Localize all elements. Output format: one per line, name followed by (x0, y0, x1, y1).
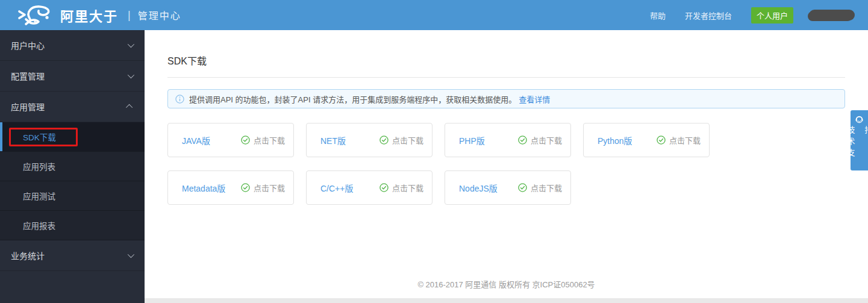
sdk-name-link[interactable]: Python版 (598, 134, 632, 146)
user-type-badge: 个人用户 (751, 7, 793, 23)
sidebar-item-sdk-download[interactable]: SDK下载 (0, 122, 145, 152)
sidebar-item-label: 用户中心 (11, 39, 45, 51)
sdk-name-link[interactable]: NodeJS版 (459, 182, 498, 194)
console-subtitle: 管理中心 (138, 8, 181, 22)
sdk-card-c-cpp: C/C++版 点击下载 (306, 170, 432, 205)
chevron-up-icon (126, 104, 133, 111)
view-details-link[interactable]: 查看详情 (519, 93, 550, 105)
active-accent-bar (0, 122, 2, 151)
header-actions: 帮助 开发者控制台 个人用户 (650, 7, 868, 23)
download-action[interactable]: 点击下载 (241, 182, 285, 193)
chevron-down-icon (128, 251, 134, 258)
sidebar-item-label: SDK下载 (23, 131, 56, 143)
sidebar-item-label: 应用测试 (23, 190, 55, 202)
download-label: 点击下载 (254, 134, 285, 146)
info-banner: 提供调用API 的功能包，封装了API 请求方法，用于集成到服务端程序中，获取相… (167, 89, 845, 108)
chevron-down-icon (128, 72, 134, 78)
check-circle-icon (657, 136, 666, 145)
sdk-card-python: Python版 点击下载 (583, 123, 710, 157)
sidebar-item-business-stats[interactable]: 业务统计 (0, 240, 145, 271)
sdk-card-metadata: Metadata版 点击下载 (167, 170, 294, 205)
help-link[interactable]: 帮助 (650, 10, 666, 21)
sidebar-item-label: 应用报表 (23, 219, 55, 231)
sdk-cards-row-1: JAVA版 点击下载 NET版 点击下载 PHP版 点击下载 Python版 (167, 123, 845, 157)
developer-console-link[interactable]: 开发者控制台 (685, 10, 732, 21)
copyright-footer: © 2016-2017 阿里通信 版权所有 京ICP证050062号 (167, 278, 845, 290)
chevron-down-icon (128, 41, 134, 48)
page-title: SDK下载 (167, 53, 845, 67)
download-action[interactable]: 点击下载 (657, 134, 701, 146)
sdk-card-php: PHP版 点击下载 (445, 123, 571, 157)
sidebar-item-app-test[interactable]: 应用测试 (0, 181, 145, 211)
main-content: SDK下载 提供调用API 的功能包，封装了API 请求方法，用于集成到服务端程… (145, 30, 868, 303)
sidebar-item-label: 配置管理 (11, 70, 45, 82)
brand-separator: | (128, 9, 131, 22)
sidebar-item-label: 应用列表 (23, 160, 55, 172)
download-action[interactable]: 点击下载 (518, 134, 562, 146)
sdk-name-link[interactable]: PHP版 (459, 134, 485, 146)
check-circle-icon (518, 136, 527, 145)
redacted-username[interactable] (809, 10, 855, 20)
sidebar-item-user-center[interactable]: 用户中心 (0, 30, 145, 61)
download-label: 点击下载 (531, 134, 562, 146)
download-label: 点击下载 (392, 182, 423, 193)
tech-support-label: 技术支持 (842, 126, 868, 170)
download-action[interactable]: 点击下载 (379, 182, 423, 193)
check-circle-icon (518, 183, 527, 192)
download-label: 点击下载 (669, 134, 701, 146)
bottom-scrollbar-strip[interactable] (145, 298, 868, 303)
check-circle-icon (379, 183, 389, 192)
download-action[interactable]: 点击下载 (379, 134, 423, 146)
sidebar-item-app-report[interactable]: 应用报表 (0, 211, 145, 240)
dayu-fish-logo-icon (17, 3, 54, 27)
check-circle-icon (379, 136, 389, 145)
sidebar-item-app-list[interactable]: 应用列表 (0, 152, 145, 181)
download-action[interactable]: 点击下载 (241, 134, 285, 146)
download-action[interactable]: 点击下载 (518, 182, 562, 193)
sidebar-item-label: 业务统计 (11, 249, 45, 261)
brand-title: 阿里大于 (60, 5, 118, 25)
info-icon (175, 95, 184, 104)
brand-area: 阿里大于 | 管理中心 (0, 3, 181, 27)
download-label: 点击下载 (531, 182, 562, 193)
sdk-name-link[interactable]: JAVA版 (182, 134, 210, 146)
check-circle-icon (241, 183, 250, 192)
sdk-cards-row-2: Metadata版 点击下载 C/C++版 点击下载 NodeJS版 点击下载 (167, 170, 845, 205)
tech-support-widget[interactable]: 技术支持 (851, 110, 868, 170)
download-label: 点击下载 (392, 134, 423, 146)
headset-icon (854, 114, 864, 124)
check-circle-icon (241, 136, 250, 145)
banner-text: 提供调用API 的功能包，封装了API 请求方法，用于集成到服务端程序中，获取相… (189, 93, 516, 105)
sdk-card-java: JAVA版 点击下载 (167, 123, 294, 157)
title-divider (167, 77, 845, 78)
sdk-card-nodejs: NodeJS版 点击下载 (445, 170, 571, 205)
sdk-card-net: NET版 点击下载 (306, 123, 432, 157)
app-management-submenu: SDK下载 应用列表 应用测试 应用报表 (0, 122, 145, 240)
download-label: 点击下载 (254, 182, 285, 193)
sidebar-item-label: 应用管理 (11, 101, 45, 113)
sdk-name-link[interactable]: Metadata版 (182, 182, 225, 194)
sdk-name-link[interactable]: NET版 (320, 134, 346, 146)
sidebar-nav: 用户中心 配置管理 应用管理 SDK下载 应用列表 应用测试 应用报表 业务统计 (0, 30, 145, 303)
sidebar-item-config-management[interactable]: 配置管理 (0, 61, 145, 92)
sdk-name-link[interactable]: C/C++版 (320, 182, 353, 194)
app-header: 阿里大于 | 管理中心 帮助 开发者控制台 个人用户 (0, 0, 868, 30)
sidebar-item-app-management[interactable]: 应用管理 (0, 92, 145, 122)
